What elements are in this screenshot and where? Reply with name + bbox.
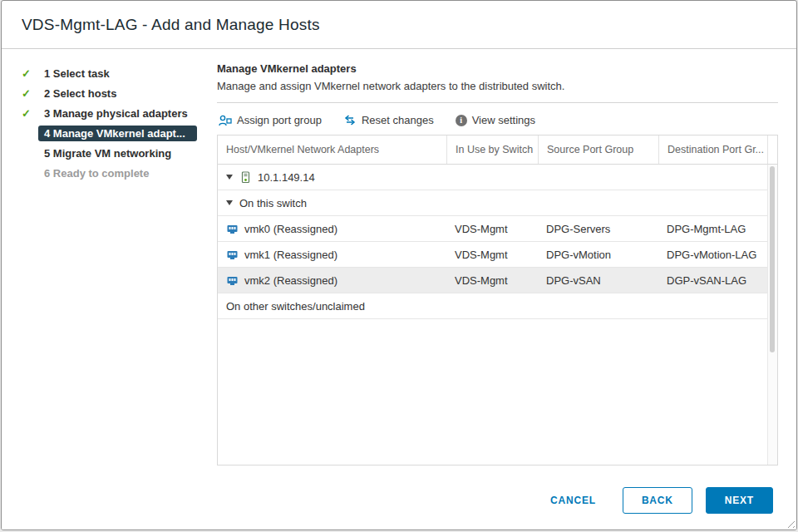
step-manage-physical-adapters[interactable]: ✓ 3 Manage physical adapters bbox=[22, 104, 197, 123]
step-label: 6 Ready to complete bbox=[38, 165, 155, 181]
column-header-source-port-group[interactable]: Source Port Group bbox=[538, 135, 658, 164]
wizard-footer: CANCEL BACK NEXT bbox=[2, 471, 796, 530]
adapter-name: vmk1 (Reassigned) bbox=[244, 249, 337, 261]
check-icon: ✓ bbox=[22, 67, 38, 80]
collapse-caret-icon[interactable] bbox=[226, 200, 233, 205]
content-header: Manage VMkernel adapters Manage and assi… bbox=[217, 62, 778, 103]
step-select-hosts[interactable]: ✓ 2 Select hosts bbox=[22, 84, 197, 103]
table-row-vmk0[interactable]: vmk0 (Reassigned) VDS-Mgmt DPG-Servers D… bbox=[218, 216, 777, 242]
group-row-on-this-switch[interactable]: On this switch bbox=[218, 190, 777, 216]
vmkernel-adapter-icon bbox=[226, 249, 239, 261]
view-settings-label: View settings bbox=[472, 114, 535, 126]
check-icon: ✓ bbox=[22, 87, 38, 100]
adapter-name: vmk2 (Reassigned) bbox=[244, 274, 337, 287]
reset-changes-button[interactable]: Reset changes bbox=[343, 114, 434, 126]
column-header-destination-port-group[interactable]: Destination Port Gr... bbox=[658, 135, 767, 164]
host-address: 10.1.149.14 bbox=[258, 171, 315, 184]
cell-destination-port-group: DPG-Mgmt-LAG bbox=[658, 216, 767, 241]
check-icon: ✓ bbox=[22, 107, 38, 120]
next-button[interactable]: NEXT bbox=[706, 487, 773, 514]
step-migrate-vm-networking[interactable]: 5 Migrate VM networking bbox=[22, 144, 197, 163]
table-row-vmk2[interactable]: vmk2 (Reassigned) VDS-Mgmt DPG-vSAN DGP-… bbox=[218, 268, 777, 293]
step-label: 2 Select hosts bbox=[38, 86, 122, 101]
group-row-other-switches[interactable]: On other switches/unclaimed bbox=[218, 293, 777, 319]
cell-destination-port-group: DGP-vSAN-LAG bbox=[658, 268, 767, 293]
cell-destination-port-group: DPG-vMotion-LAG bbox=[658, 242, 767, 267]
cell-in-use-by-switch: VDS-Mgmt bbox=[446, 268, 538, 293]
step-label: 4 Manage VMkernel adapt... bbox=[38, 126, 197, 141]
view-settings-button[interactable]: i View settings bbox=[456, 114, 535, 126]
wizard-steps-sidebar: ✓ 1 Select task ✓ 2 Select hosts ✓ 3 Man… bbox=[2, 49, 197, 471]
vmkernel-adapter-icon bbox=[226, 274, 239, 287]
column-header-adapters[interactable]: Host/VMkernel Network Adapters bbox=[218, 135, 446, 164]
add-and-manage-hosts-dialog: VDS-Mgmt-LAG - Add and Manage Hosts ✓ 1 … bbox=[1, 0, 797, 530]
info-icon: i bbox=[456, 115, 467, 126]
cell-in-use-by-switch: VDS-Mgmt bbox=[446, 242, 538, 267]
cell-source-port-group: DPG-vSAN bbox=[538, 268, 658, 293]
reset-changes-label: Reset changes bbox=[362, 114, 434, 126]
dialog-title: VDS-Mgmt-LAG - Add and Manage Hosts bbox=[22, 16, 320, 34]
step-label: 1 Select task bbox=[38, 66, 116, 81]
table-header-row: Host/VMkernel Network Adapters In Use by… bbox=[218, 135, 777, 165]
cancel-button[interactable]: CANCEL bbox=[542, 488, 604, 513]
table-row-vmk1[interactable]: vmk1 (Reassigned) VDS-Mgmt DPG-vMotion D… bbox=[218, 242, 777, 268]
group-label: On this switch bbox=[239, 197, 307, 209]
adapter-toolbar: Assign port group Reset changes i View s… bbox=[219, 114, 778, 126]
adapter-name: vmk0 (Reassigned) bbox=[244, 223, 337, 235]
column-header-scroll-spacer bbox=[767, 135, 785, 164]
step-select-task[interactable]: ✓ 1 Select task bbox=[22, 64, 197, 83]
column-header-in-use-by-switch[interactable]: In Use by Switch bbox=[446, 135, 538, 164]
scrollbar-thumb[interactable] bbox=[770, 166, 775, 352]
page-subtitle: Manage and assign VMkernel network adapt… bbox=[217, 80, 778, 92]
host-icon bbox=[239, 171, 252, 184]
host-row[interactable]: 10.1.149.14 bbox=[218, 165, 777, 190]
group-label: On other switches/unclaimed bbox=[226, 300, 365, 313]
page-title: Manage VMkernel adapters bbox=[217, 62, 778, 75]
cell-source-port-group: DPG-vMotion bbox=[538, 242, 658, 267]
wizard-main-panel: Manage VMkernel adapters Manage and assi… bbox=[197, 49, 796, 471]
cell-in-use-by-switch: VDS-Mgmt bbox=[446, 216, 538, 241]
step-label: 5 Migrate VM networking bbox=[38, 145, 177, 161]
vmkernel-adapters-table: Host/VMkernel Network Adapters In Use by… bbox=[217, 135, 778, 466]
step-ready-to-complete: 6 Ready to complete bbox=[22, 164, 197, 183]
dialog-titlebar: VDS-Mgmt-LAG - Add and Manage Hosts bbox=[2, 1, 796, 49]
reset-changes-icon bbox=[343, 115, 357, 126]
collapse-caret-icon[interactable] bbox=[226, 175, 233, 180]
assign-port-group-label: Assign port group bbox=[237, 114, 322, 126]
step-label: 3 Manage physical adapters bbox=[38, 106, 194, 121]
assign-port-group-button[interactable]: Assign port group bbox=[219, 114, 322, 126]
back-button[interactable]: BACK bbox=[623, 487, 692, 514]
assign-port-group-icon bbox=[219, 115, 232, 126]
vmkernel-adapter-icon bbox=[226, 223, 239, 235]
step-manage-vmkernel-adapters[interactable]: 4 Manage VMkernel adapt... bbox=[22, 124, 197, 143]
table-scrollbar[interactable] bbox=[767, 165, 777, 465]
cell-source-port-group: DPG-Servers bbox=[538, 216, 658, 241]
